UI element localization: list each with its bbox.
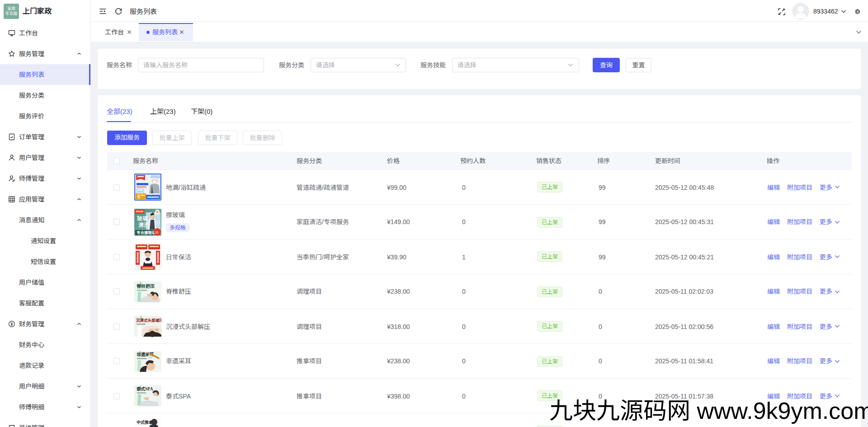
svg-text:30: 30	[155, 231, 159, 234]
svg-text:脊柱舒压: 脊柱舒压	[136, 282, 155, 289]
svg-text:专业擦玻璃: 专业擦玻璃	[137, 230, 156, 235]
svg-text:沉浸式头部减压: 沉浸式头部减压	[136, 317, 161, 323]
svg-text:5: 5	[137, 194, 140, 199]
svg-text:泰式SPA: 泰式SPA	[136, 385, 153, 392]
svg-text:清洗: 清洗	[138, 221, 149, 228]
svg-text:中式推拿: 中式推拿	[137, 419, 153, 425]
